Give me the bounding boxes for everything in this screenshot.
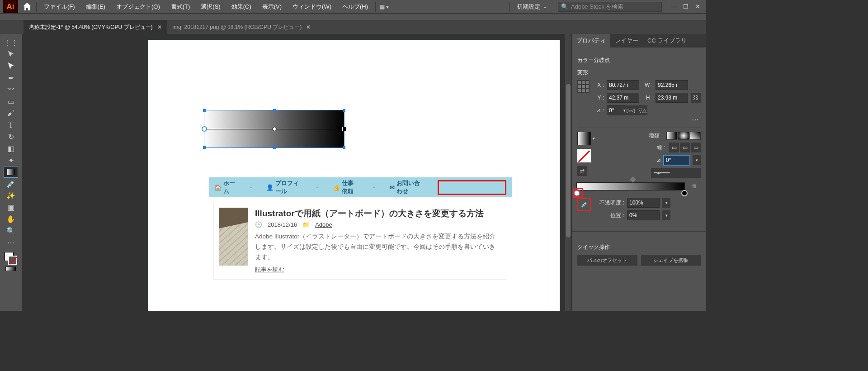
mock-category: Adobe bbox=[315, 221, 332, 228]
stroke-swatch[interactable] bbox=[8, 256, 17, 265]
grip-icon[interactable]: ⋮⋮ bbox=[4, 37, 18, 48]
reverse-gradient-icon[interactable]: ⇄ bbox=[577, 166, 587, 176]
chevron-down-icon[interactable]: ▾ bbox=[593, 136, 595, 141]
gradient-type-freeform[interactable] bbox=[690, 132, 701, 140]
symbol-sprayer-tool-icon[interactable]: ✨ bbox=[4, 190, 18, 201]
link-wh-icon[interactable]: ⛓ bbox=[691, 93, 701, 103]
stroke-gradient-across-icon[interactable]: ▭ bbox=[691, 143, 701, 152]
selected-gradient-rect[interactable] bbox=[204, 110, 344, 148]
window-minimize-icon[interactable]: ― bbox=[668, 2, 680, 12]
stroke-gradient-along-icon[interactable]: ▭ bbox=[680, 143, 690, 152]
menu-window[interactable]: ウィンドウ(W) bbox=[289, 3, 335, 11]
resize-handle[interactable] bbox=[343, 109, 345, 112]
panel-more-icon[interactable]: ⋯ bbox=[690, 115, 701, 124]
shape-builder-tool-icon[interactable]: ✦ bbox=[4, 154, 18, 166]
gradient-angle-input[interactable] bbox=[664, 155, 690, 165]
flip-horizontal-icon[interactable]: ▷◁ bbox=[626, 105, 636, 115]
canvas[interactable]: 🏠ホーム• 👤プロフィール• 👍仕事依頼• ✉お問い合わせ Illustrato… bbox=[22, 34, 571, 311]
artboard-tool-icon[interactable]: ▣ bbox=[4, 201, 18, 213]
opacity-input[interactable] bbox=[627, 198, 660, 208]
chevron-down-icon[interactable]: ▾ bbox=[662, 198, 670, 208]
selection-tool-icon[interactable] bbox=[4, 48, 18, 60]
resize-handle[interactable] bbox=[273, 109, 276, 112]
chevron-down-icon[interactable]: ▾ bbox=[662, 210, 670, 220]
resize-handle[interactable] bbox=[203, 146, 206, 149]
w-input[interactable] bbox=[656, 80, 688, 90]
chevron-down-icon[interactable]: ▾ bbox=[693, 155, 701, 165]
rotate-tool-icon[interactable]: ↻ bbox=[4, 131, 18, 143]
menu-object[interactable]: オブジェクト(O) bbox=[113, 3, 164, 11]
menu-file[interactable]: ファイル(F) bbox=[40, 3, 79, 11]
gradient-end-stop[interactable] bbox=[342, 127, 347, 131]
gradient-swatch-icon[interactable] bbox=[5, 266, 16, 271]
color-picker-eyedropper[interactable]: 💉 bbox=[577, 198, 591, 211]
type-tool-icon[interactable]: T bbox=[4, 119, 18, 131]
fill-stroke-swatch[interactable] bbox=[5, 252, 17, 265]
workspace-switcher[interactable]: 初期設定 ⌄ bbox=[513, 3, 550, 11]
hand-tool-icon[interactable]: ✋ bbox=[4, 213, 18, 225]
window-restore-icon[interactable]: ❐ bbox=[680, 2, 692, 12]
chevron-down-icon[interactable]: ▾ ▷◁ ▽△ bbox=[631, 105, 639, 115]
close-icon[interactable]: ✕ bbox=[157, 24, 162, 30]
h-label: H : bbox=[642, 95, 653, 101]
gradient-fill-swatch[interactable] bbox=[577, 132, 591, 145]
gradient-tool-icon[interactable] bbox=[4, 166, 18, 178]
document-tab[interactable]: img_20181217.png @ 38.1% (RGB/GPU プレビュー)… bbox=[167, 20, 316, 34]
menu-edit[interactable]: 編集(E) bbox=[82, 3, 109, 11]
close-icon[interactable]: ✕ bbox=[306, 24, 311, 30]
gradient-stroke-swatch[interactable] bbox=[577, 149, 591, 162]
menu-help[interactable]: ヘルプ(H) bbox=[339, 3, 372, 11]
scrollbar-thumb[interactable] bbox=[566, 84, 571, 238]
mock-navbar: 🏠ホーム• 👤プロフィール• 👍仕事依頼• ✉お問い合わせ bbox=[209, 177, 512, 197]
edit-toolbar-icon[interactable]: ⋯ bbox=[4, 237, 18, 248]
vertical-scrollbar[interactable] bbox=[565, 34, 571, 311]
gradient-color-stop[interactable] bbox=[681, 190, 688, 196]
offset-path-button[interactable]: パスのオフセット bbox=[577, 255, 637, 266]
mock-article-title: Illustratorで用紙（アートボード）の大きさを変更する方法 bbox=[255, 208, 501, 219]
pen-tool-icon[interactable]: ✒ bbox=[4, 72, 18, 84]
resize-handle[interactable] bbox=[273, 146, 276, 149]
menu-view[interactable]: 表示(V) bbox=[259, 3, 285, 11]
document-tab-label: img_20181217.png @ 38.1% (RGB/GPU プレビュー) bbox=[173, 24, 302, 31]
gradient-slider[interactable]: 🗑 bbox=[576, 182, 685, 190]
mock-nav-work: 👍仕事依頼 bbox=[333, 179, 359, 195]
position-input[interactable] bbox=[627, 210, 660, 220]
home-icon[interactable] bbox=[22, 1, 33, 12]
gradient-color-stop[interactable] bbox=[574, 190, 580, 196]
paintbrush-tool-icon[interactable]: 🖌 bbox=[4, 107, 18, 119]
folder-icon: 📁 bbox=[302, 221, 310, 228]
arrange-docs-icon[interactable]: ▦ ▾ bbox=[379, 2, 389, 12]
trash-icon[interactable]: 🗑 bbox=[692, 183, 697, 189]
gradient-angle-icon: ⊿ bbox=[656, 157, 661, 163]
y-input[interactable] bbox=[607, 93, 639, 103]
tab-properties[interactable]: プロパティ bbox=[572, 34, 610, 48]
stroke-gradient-within-icon[interactable]: ▭ bbox=[669, 143, 679, 152]
placed-image: 🏠ホーム• 👤プロフィール• 👍仕事依頼• ✉お問い合わせ Illustrato… bbox=[209, 177, 512, 284]
resize-handle[interactable] bbox=[203, 109, 206, 112]
window-close-icon[interactable]: ✕ bbox=[692, 2, 703, 12]
aspect-ratio-icon[interactable]: ━●━━━ bbox=[651, 168, 701, 178]
menu-select[interactable]: 選択(S) bbox=[197, 3, 224, 11]
gradient-type-radial[interactable] bbox=[678, 132, 689, 140]
direct-selection-tool-icon[interactable] bbox=[4, 60, 18, 72]
rectangle-tool-icon[interactable]: ▭ bbox=[4, 95, 18, 107]
menu-type[interactable]: 書式(T) bbox=[167, 3, 194, 11]
stock-search[interactable]: 🔍 Adobe Stock を検索 bbox=[558, 2, 662, 12]
tab-layers[interactable]: レイヤー bbox=[610, 34, 643, 48]
search-placeholder: Adobe Stock を検索 bbox=[571, 3, 623, 11]
x-input[interactable] bbox=[607, 80, 639, 90]
document-tab[interactable]: 名称未設定-1* @ 54.48% (CMYK/GPU プレビュー) ✕ bbox=[24, 20, 167, 34]
flip-vertical-icon[interactable]: ▽△ bbox=[637, 105, 647, 115]
gradient-start-stop[interactable] bbox=[202, 126, 207, 132]
zoom-tool-icon[interactable]: 🔍 bbox=[4, 225, 18, 237]
h-input[interactable] bbox=[656, 93, 688, 103]
tab-cc-libraries[interactable]: CC ライブラリ bbox=[643, 34, 691, 48]
reference-point[interactable] bbox=[577, 80, 590, 93]
eraser-tool-icon[interactable]: ◧ bbox=[4, 143, 18, 154]
menu-effect[interactable]: 効果(C) bbox=[228, 3, 255, 11]
gradient-type-linear[interactable] bbox=[666, 132, 677, 140]
eyedropper-tool-icon[interactable]: 💉 bbox=[4, 178, 18, 190]
curvature-tool-icon[interactable]: 〰 bbox=[4, 84, 18, 95]
resize-handle[interactable] bbox=[343, 146, 345, 149]
expand-shape-button[interactable]: シェイプを拡張 bbox=[641, 255, 701, 266]
